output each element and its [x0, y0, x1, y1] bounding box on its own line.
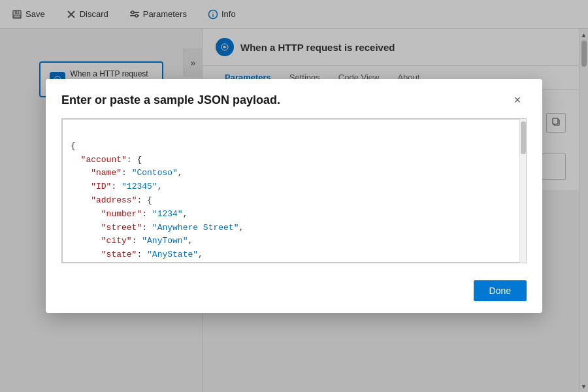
- editor-scrollbar[interactable]: [519, 119, 526, 263]
- json-payload-modal: Enter or paste a sample JSON payload. × …: [46, 79, 542, 313]
- modal-footer: Done: [46, 274, 542, 313]
- json-editor[interactable]: { "account": { "name": "Contoso", "ID": …: [62, 119, 526, 263]
- modal-title: Enter or paste a sample JSON payload.: [61, 93, 280, 107]
- done-button[interactable]: Done: [474, 280, 527, 301]
- modal-header: Enter or paste a sample JSON payload. ×: [46, 79, 542, 118]
- modal-close-button[interactable]: ×: [508, 91, 527, 109]
- modal-overlay: Enter or paste a sample JSON payload. × …: [0, 0, 588, 392]
- json-editor-wrapper: { "account": { "name": "Contoso", "ID": …: [61, 118, 527, 263]
- editor-scrollbar-thumb[interactable]: [521, 122, 526, 154]
- modal-body: { "account": { "name": "Contoso", "ID": …: [46, 118, 542, 274]
